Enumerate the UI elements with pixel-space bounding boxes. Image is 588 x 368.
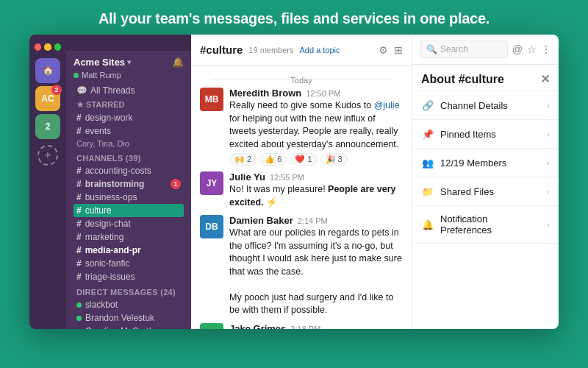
- channel-business-ops[interactable]: # business-ops: [74, 191, 184, 204]
- more-icon[interactable]: ⋮: [541, 43, 551, 55]
- pinned-icon: 📌: [421, 127, 434, 141]
- starred-events[interactable]: # events: [74, 124, 184, 138]
- reaction-party[interactable]: 🎉 3: [320, 153, 348, 166]
- starred-label: ★ STARRED: [74, 97, 184, 111]
- bell-icon[interactable]: 🔔: [172, 57, 184, 68]
- channel-design-chat[interactable]: # design-chat: [74, 217, 184, 230]
- at-icon[interactable]: @: [512, 43, 523, 55]
- search-icon: 🔍: [426, 44, 437, 54]
- message-3: DB Damien Baker 2:14 PM What are our pol…: [200, 215, 403, 317]
- online-status-dot: [74, 73, 79, 78]
- reaction-heart[interactable]: ❤️ 1: [290, 153, 317, 166]
- message-4: JG Jake Grimes 2:18 PM Your assumption i…: [200, 323, 403, 330]
- rail-item-home[interactable]: 🏠: [35, 58, 60, 83]
- home-icon: 🏠: [43, 66, 54, 76]
- right-search-bar: 🔍 Search @ ☆ ⋮: [412, 35, 559, 65]
- msg-time-2: 12:55 PM: [270, 173, 304, 182]
- panel-label-pinned: Pinned Items: [440, 129, 541, 140]
- panel-item-pinned[interactable]: 📌 Pinned Items ›: [412, 120, 559, 149]
- msg-author-4: Jake Grimes: [229, 323, 286, 330]
- chevron-right-icon-0: ›: [547, 101, 550, 110]
- right-panel: 🔍 Search @ ☆ ⋮ About #culture ✕ 🔗 Channe…: [412, 35, 559, 329]
- msg-text-1: Really need to give some Kudos to @julie…: [229, 99, 403, 151]
- panel-item-channel-details[interactable]: 🔗 Channel Details ›: [412, 91, 559, 120]
- dm-dot-brandon: [76, 316, 82, 321]
- reaction-clap[interactable]: 🙌 2: [229, 153, 257, 166]
- settings-icon[interactable]: ⚙: [379, 44, 388, 56]
- panel-item-notifications[interactable]: 🔔 Notification Preferences ›: [412, 206, 559, 244]
- msg-time-4: 2:18 PM: [290, 325, 320, 330]
- starred-design-work[interactable]: # design-work: [74, 111, 184, 124]
- avatar-meredith: MB: [200, 88, 223, 111]
- traffic-light-red[interactable]: [35, 43, 41, 51]
- dm-dot-caroline: [76, 329, 82, 330]
- msg-reactions-1: 🙌 2 👍 6 ❤️ 1 🎉 3: [229, 153, 403, 166]
- message-2: JY Julie Yu 12:55 PM No! It was my pleas…: [200, 171, 403, 209]
- msg-content-3: Damien Baker 2:14 PM What are our polici…: [229, 215, 403, 317]
- add-workspace-button[interactable]: +: [37, 145, 58, 166]
- star-icon[interactable]: ☆: [527, 43, 537, 55]
- notification-icon: 🔔: [421, 218, 434, 231]
- search-box[interactable]: 🔍 Search: [420, 40, 508, 58]
- traffic-light-yellow[interactable]: [44, 43, 51, 51]
- app-window: 🏠 AC 2 2 + Acme Sites ▾ 🔔: [29, 35, 559, 329]
- msg-text-3: What are our policies in regards to pets…: [229, 227, 403, 317]
- avatar-julie: JY: [200, 171, 223, 195]
- chat-header: #culture 19 members Add a topic ⚙ ⊞: [191, 35, 412, 66]
- channel-media-pr[interactable]: # media-and-pr: [74, 244, 184, 257]
- reaction-thumbs[interactable]: 👍 6: [259, 153, 287, 166]
- panel-label-channel-details: Channel Details: [440, 100, 541, 111]
- workspace-name[interactable]: Acme Sites ▾: [74, 57, 131, 68]
- sidebar-header: Acme Sites ▾ 🔔: [66, 51, 191, 71]
- dm-slackbot[interactable]: slackbot: [74, 298, 184, 311]
- close-panel-button[interactable]: ✕: [540, 72, 550, 86]
- channel-triage[interactable]: # triage-issues: [74, 270, 184, 283]
- channel-title: #culture: [200, 43, 243, 56]
- msg-content-2: Julie Yu 12:55 PM No! It was my pleasure…: [229, 171, 403, 209]
- sidebar: Acme Sites ▾ 🔔 Matt Rump 💬 All Threads ★…: [66, 35, 191, 329]
- channel-marketing[interactable]: # marketing: [74, 230, 184, 244]
- sidebar-section: 💬 All Threads ★ STARRED # design-work # …: [66, 84, 191, 329]
- starred-dm-sub[interactable]: Cory, Tina, Dio: [74, 138, 184, 149]
- msg-content-1: Meredith Brown 12:50 PM Really need to g…: [229, 88, 403, 166]
- team1-badge: 2: [51, 85, 62, 95]
- team1-label: AC: [41, 93, 54, 104]
- date-divider: Today: [200, 70, 403, 88]
- workspace-dropdown-icon: ▾: [127, 58, 131, 66]
- search-placeholder: Search: [440, 44, 468, 54]
- panel-item-files[interactable]: 📁 Shared Files ›: [412, 177, 559, 206]
- dm-caroline[interactable]: Caroline McCarthy: [74, 325, 184, 329]
- chevron-right-icon-3: ›: [547, 187, 550, 196]
- traffic-light-green[interactable]: [54, 43, 61, 51]
- channels-label: CHANNELS (39): [74, 149, 184, 164]
- rail-item-team1[interactable]: AC 2: [35, 86, 60, 111]
- rail-item-team2[interactable]: 2: [35, 114, 60, 139]
- panel-item-members[interactable]: 👥 12/19 Members ›: [412, 149, 559, 177]
- members-icon: 👥: [421, 156, 434, 169]
- msg-content-4: Jake Grimes 2:18 PM Your assumption is c…: [229, 323, 403, 330]
- brainstorming-badge: 1: [171, 179, 181, 189]
- channel-sonic-fanfic[interactable]: # sonic-fanfic: [74, 257, 184, 270]
- chat-area: #culture 19 members Add a topic ⚙ ⊞ Toda…: [191, 35, 412, 329]
- channel-brainstorming[interactable]: # brainstorming 1: [74, 177, 184, 191]
- chat-header-icons: ⚙ ⊞: [379, 44, 403, 56]
- add-topic-link[interactable]: Add a topic: [300, 46, 340, 54]
- dm-brandon[interactable]: Brandon Velestuk: [74, 311, 184, 325]
- channel-accounting[interactable]: # accounting-costs: [74, 164, 184, 177]
- icon-rail: 🏠 AC 2 2 +: [29, 35, 66, 329]
- avatar-jake: JG: [200, 323, 223, 330]
- threads-icon: 💬: [76, 85, 87, 96]
- avatar-damien: DB: [200, 215, 223, 238]
- dm-label: DIRECT MESSAGES (24): [74, 283, 184, 298]
- chevron-right-icon-4: ›: [547, 220, 550, 229]
- sidebar-user: Matt Rump: [66, 71, 191, 84]
- all-threads-link[interactable]: 💬 All Threads: [74, 84, 184, 97]
- message-1: MB Meredith Brown 12:50 PM Really need t…: [200, 88, 403, 166]
- panel-label-notifications: Notification Preferences: [440, 213, 541, 236]
- right-panel-header: About #culture ✕: [412, 65, 559, 91]
- right-panel-title: About #culture: [421, 73, 504, 86]
- layout-icon[interactable]: ⊞: [394, 44, 403, 56]
- dm-dot-slackbot: [76, 302, 82, 308]
- channel-culture[interactable]: # culture: [74, 204, 184, 217]
- chevron-right-icon-2: ›: [547, 158, 550, 167]
